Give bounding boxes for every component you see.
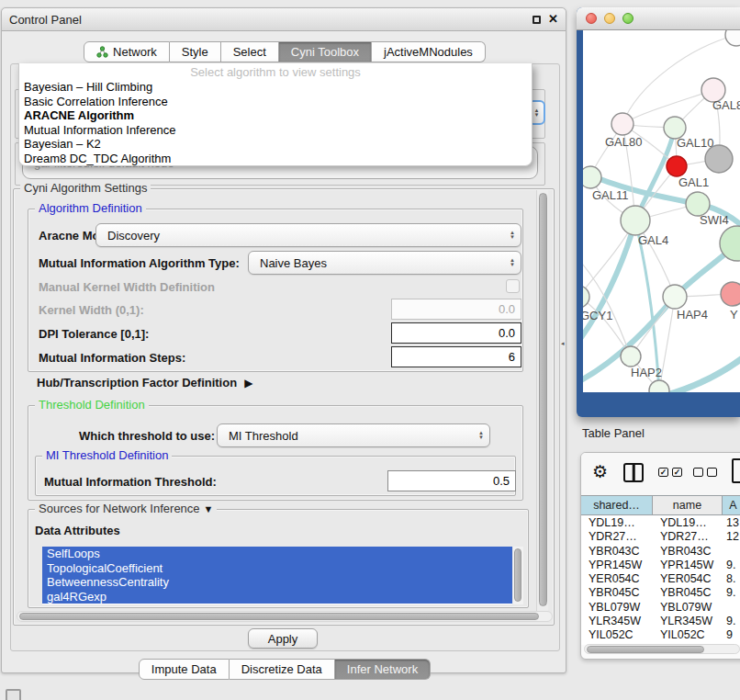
settings-vertical-scrollbar-thumb[interactable] <box>539 193 547 606</box>
node-hap2[interactable] <box>621 346 641 367</box>
bottom-tab-bar: Impute Data Discretize Data Infer Networ… <box>2 659 567 680</box>
attributes-scrollbar[interactable] <box>513 547 523 604</box>
tab-discretize-data[interactable]: Discretize Data <box>230 659 335 680</box>
expand-right-icon: ▶ <box>244 377 252 390</box>
node-label: HAP2 <box>631 366 662 379</box>
dropdown-item[interactable]: Bayesian – Hill Climbing <box>19 80 532 95</box>
column-header-partial[interactable]: A <box>723 496 740 514</box>
mac-minimize-icon[interactable] <box>604 13 615 24</box>
table-row[interactable]: YLR345WYLR345W9. <box>581 615 740 628</box>
table-panel-title: Table Panel <box>582 426 645 440</box>
node-gal1[interactable] <box>667 156 687 176</box>
table-row[interactable]: YPR145WYPR145W9. <box>581 559 740 572</box>
deselect-all-icon[interactable] <box>693 468 717 477</box>
top-tab-bar: Network Style Select Cyni Toolbox jActiv… <box>2 41 567 62</box>
checked-box-icon: ✓ <box>672 468 682 477</box>
spinner-icon: ▲▼ <box>510 231 515 240</box>
table-row[interactable]: YBR045CYBR045C9. <box>581 586 740 600</box>
table-row[interactable]: YIL052CYIL052C9 <box>581 628 740 642</box>
mac-zoom-icon[interactable] <box>622 13 633 24</box>
table-horizontal-scrollbar[interactable] <box>584 644 740 654</box>
table-horizontal-scrollbar-thumb[interactable] <box>587 646 704 653</box>
dropdown-item[interactable]: Basic Correlation Inference <box>19 95 532 109</box>
tab-style[interactable]: Style <box>170 41 221 62</box>
node-label: GAL80 <box>605 135 642 149</box>
node-hap4[interactable] <box>663 285 687 309</box>
close-icon[interactable]: ✕ <box>548 15 558 24</box>
float-window-icon[interactable] <box>533 16 541 24</box>
settings-horizontal-scrollbar[interactable] <box>17 611 553 622</box>
network-canvas[interactable]: GAL8 GAL80 GAL10 GAL1 GAL11 SWI4 GAL4 GC… <box>583 30 740 392</box>
mi-steps-field[interactable] <box>391 346 521 367</box>
dropdown-item[interactable]: Mutual Information Inference <box>19 123 532 138</box>
table-row[interactable]: YDR27…YDR27…12 <box>581 530 740 544</box>
node[interactable] <box>725 30 740 46</box>
dropdown-item-selected[interactable]: ARACNE Algorithm <box>19 108 532 123</box>
list-item[interactable]: gal4RGexp <box>42 590 512 604</box>
dpi-tolerance-label: DPI Tolerance [0,1]: <box>39 327 149 341</box>
tab-jactivemnodules-label: jActiveMNodules <box>384 42 473 62</box>
list-item[interactable]: SelfLoops <box>42 547 512 561</box>
column-header-shared-name[interactable]: shared… <box>581 496 653 514</box>
unchecked-box-icon <box>707 468 717 477</box>
table-row[interactable]: YDL19…YDL19…13 <box>581 516 740 530</box>
window-title: Control Panel <box>9 13 82 27</box>
split-pane-arrow-icon[interactable]: ◂ <box>561 340 565 347</box>
node-label: GAL1 <box>678 175 709 189</box>
tab-infer-network-label: Infer Network <box>347 660 418 679</box>
aracne-mode-combo[interactable]: Discovery ▲▼ <box>95 223 521 247</box>
checked-box-icon: ✓ <box>658 468 668 477</box>
hub-definition-label: Hub/Transcription Factor Definition <box>37 376 237 390</box>
network-icon <box>96 46 108 58</box>
sources-group-title[interactable]: Sources for Network Inference▼ <box>35 502 217 515</box>
dropdown-item[interactable]: Dream8 DC_TDC Algorithm <box>19 152 532 166</box>
mac-close-icon[interactable] <box>586 13 597 24</box>
algorithm-definition-title: Algorithm Definition <box>35 202 146 215</box>
hub-definition-toggle[interactable]: Hub/Transcription Factor Definition ▶ <box>37 376 252 390</box>
node-gal4[interactable] <box>621 206 650 235</box>
data-attributes-list: SelfLoops TopologicalCoefficient Between… <box>42 547 512 604</box>
tab-select[interactable]: Select <box>221 41 279 62</box>
table-row[interactable]: YBR043CYBR043C <box>581 545 740 559</box>
list-item[interactable]: BetweennessCentrality <box>42 575 512 590</box>
column-header-name[interactable]: name <box>653 496 723 514</box>
manual-kernel-checkbox[interactable] <box>506 279 520 293</box>
which-threshold-combo[interactable]: MI Threshold ▲▼ <box>217 423 490 447</box>
tab-impute-data-label: Impute Data <box>151 660 217 679</box>
mi-type-value: Naive Bayes <box>260 256 510 270</box>
node-gal80[interactable] <box>611 113 633 135</box>
expand-down-icon: ▼ <box>204 503 214 514</box>
attributes-scrollbar-thumb[interactable] <box>514 548 521 602</box>
table-row[interactable]: YBL079WYBL079W <box>581 601 740 615</box>
network-window-titlebar[interactable] <box>577 7 740 30</box>
tab-jactivemnodules[interactable]: jActiveMNodules <box>372 41 486 62</box>
table-row[interactable]: YER054CYER054C8. <box>581 572 740 586</box>
mi-type-label: Mutual Information Algorithm Type: <box>39 256 240 270</box>
table-header-row: shared… name A <box>581 495 740 515</box>
dropdown-item[interactable]: Bayesian – K2 <box>19 137 532 152</box>
settings-horizontal-scrollbar-thumb[interactable] <box>19 613 539 620</box>
screen: Control Panel ✕ Network Style <box>0 0 740 700</box>
tab-cyni-toolbox[interactable]: Cyni Toolbox <box>279 41 372 62</box>
node[interactable] <box>721 282 740 306</box>
settings-vertical-scrollbar[interactable] <box>536 190 548 611</box>
node-gal11[interactable] <box>583 166 601 188</box>
node-label: GAL11 <box>592 188 629 202</box>
mi-type-combo[interactable]: Naive Bayes ▲▼ <box>248 251 521 275</box>
tab-cyni-toolbox-label: Cyni Toolbox <box>291 42 359 62</box>
apply-button[interactable]: Apply <box>248 628 318 649</box>
select-all-icon[interactable]: ✓ ✓ <box>658 468 682 477</box>
document-icon[interactable] <box>732 458 740 483</box>
tab-infer-network[interactable]: Infer Network <box>335 659 431 680</box>
tab-select-label: Select <box>233 42 266 62</box>
aracne-mode-value: Discovery <box>107 229 510 243</box>
tab-network[interactable]: Network <box>84 41 170 62</box>
list-item[interactable]: TopologicalCoefficient <box>42 561 512 576</box>
gear-icon[interactable]: ⚙ <box>592 461 608 483</box>
column-layout-icon[interactable] <box>623 463 644 482</box>
dock-widget-icon[interactable] <box>6 689 21 700</box>
tab-impute-data[interactable]: Impute Data <box>139 659 230 680</box>
dpi-tolerance-field[interactable] <box>391 322 521 344</box>
mi-threshold-field[interactable] <box>387 470 516 491</box>
kernel-width-field[interactable] <box>391 299 521 320</box>
